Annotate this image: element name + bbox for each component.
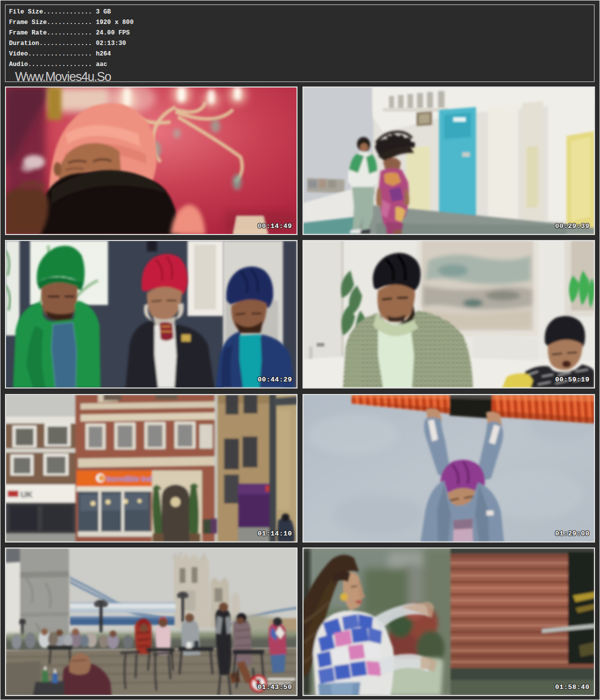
- svg-text:Incredible India: Incredible India: [106, 475, 158, 483]
- svg-text:UK: UK: [20, 490, 33, 500]
